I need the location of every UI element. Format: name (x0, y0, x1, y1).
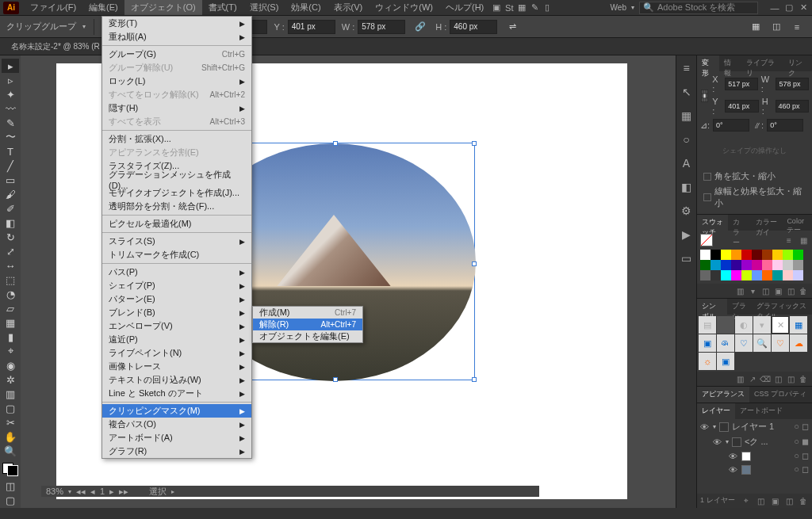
screen-mode[interactable]: ▢ (2, 494, 19, 508)
status-dropdown-icon[interactable]: ▸ (171, 488, 174, 495)
tab-colortheme[interactable]: Color テー (782, 215, 812, 231)
symbol-item[interactable]: ☁ (790, 334, 807, 352)
tab-symbols[interactable]: シンボル (697, 299, 727, 315)
scale-tool[interactable]: ⤢ (2, 244, 19, 258)
swatch[interactable] (741, 250, 752, 260)
swatch[interactable] (762, 250, 772, 260)
menu-object[interactable]: オブジェクト(O) (124, 0, 202, 15)
tab-info[interactable]: 情報 (719, 55, 741, 71)
draw-mode[interactable]: ◫ (2, 479, 19, 494)
swatch[interactable] (772, 270, 783, 280)
symbol-item[interactable]: ෧ (717, 334, 734, 352)
swatch[interactable] (783, 260, 793, 270)
curvature-tool[interactable]: 〜 (2, 130, 19, 144)
menu-edit[interactable]: 編集(E) (82, 0, 124, 15)
swatch[interactable] (721, 270, 731, 280)
menu-file[interactable]: ファイル(F) (24, 0, 82, 15)
hand-tool[interactable]: ✋ (2, 429, 19, 444)
workspace-dropdown-icon[interactable]: ▾ (631, 4, 634, 11)
transform-icon[interactable]: ◫ (768, 18, 785, 36)
swatch-grid-icon[interactable]: ▦ (798, 235, 809, 246)
layer-name[interactable]: レイヤー 1 (732, 421, 774, 433)
pref-icon[interactable]: ✎ (528, 2, 541, 14)
maximize-button[interactable]: ▢ (783, 3, 795, 13)
menu-item[interactable]: 隠す(H)▶ (102, 101, 251, 115)
nav-next1-icon[interactable]: ▸ (109, 487, 114, 497)
none-swatch[interactable] (700, 234, 713, 246)
layer-row[interactable]: 👁 ▾ <ク ... ○ ◼ (697, 434, 812, 449)
swatch[interactable] (793, 250, 803, 260)
swatch-lib-icon[interactable]: ▥ (734, 285, 745, 296)
tab-color[interactable]: カラー (728, 215, 750, 231)
tab-layers[interactable]: レイヤー (697, 403, 735, 419)
symbol-item[interactable]: ▣ (717, 353, 734, 370)
menu-item[interactable]: エンベロープ(V)▶ (102, 319, 251, 333)
document-tab[interactable]: 名称未設定-2* @ 83% (R (3, 40, 108, 54)
menu-item[interactable]: モザイクオブジェクトを作成(J)... (102, 186, 251, 200)
visibility-toggle[interactable]: 👁 (729, 465, 738, 475)
symbol-item[interactable]: ✕ (772, 316, 789, 334)
menu-type[interactable]: 書式(T) (202, 0, 243, 15)
swatch[interactable] (710, 260, 721, 270)
menu-item[interactable]: クリッピングマスク(M)▶ (102, 404, 251, 418)
bridge-icon[interactable]: ▣ (490, 2, 503, 14)
swatch[interactable] (752, 260, 762, 270)
color-picker[interactable] (2, 463, 18, 475)
swatch[interactable] (710, 270, 721, 280)
w-input[interactable]: 578 px (358, 20, 405, 34)
swatch[interactable] (721, 250, 731, 260)
swatch[interactable] (700, 250, 710, 260)
h-input[interactable]: 460 px (450, 20, 497, 34)
menu-item[interactable]: 透明部分を分割・統合(F)... (102, 200, 251, 213)
tab-colorguide[interactable]: カラーガイ (751, 215, 782, 231)
eraser-tool[interactable]: ◧ (2, 216, 19, 230)
swatch[interactable] (762, 260, 772, 270)
panel-x-input[interactable]: 517 px (725, 78, 758, 90)
perspective-tool[interactable]: ▱ (2, 301, 19, 315)
submenu-item[interactable]: 作成(M)Ctrl+7 (253, 307, 362, 319)
disclosure-icon[interactable]: ▾ (713, 423, 716, 430)
mesh-tool[interactable]: ▦ (2, 315, 19, 330)
swatch-view-icon[interactable]: ≡ (783, 235, 795, 246)
menu-item[interactable]: 画像トレース▶ (102, 360, 251, 373)
menu-item[interactable]: ピクセルを最適化(M) (102, 217, 251, 231)
swatch[interactable] (793, 270, 803, 280)
symbol-place-icon[interactable]: ↗ (747, 373, 758, 384)
zoom-value[interactable]: 83% (46, 487, 63, 496)
stock-search[interactable]: 🔍 Adobe Stock を検索 (639, 2, 758, 14)
swatch-opt-icon[interactable]: ◫ (760, 285, 771, 296)
tab-swatches[interactable]: スウォッチ (697, 215, 728, 231)
submenu-item[interactable]: 解除(R)Alt+Ctrl+7 (253, 319, 362, 330)
panel-menu-icon[interactable]: ≡ (788, 18, 806, 36)
scale-strokes-checkbox[interactable] (703, 193, 711, 201)
visibility-toggle[interactable]: 👁 (700, 422, 710, 432)
tab-appearance[interactable]: アピアランス (697, 387, 749, 403)
disclosure-icon[interactable]: ▾ (726, 438, 729, 445)
free-transform-tool[interactable]: ⬚ (2, 273, 19, 287)
symbol-lib-icon[interactable]: ▥ (734, 373, 745, 384)
shear-input[interactable]: 0° (767, 119, 803, 132)
symbol-new-icon[interactable]: ◫ (785, 373, 796, 384)
symbol-item[interactable]: 🔍 (753, 334, 771, 352)
direct-select-tool[interactable]: ▹ (2, 73, 19, 87)
submenu-item[interactable]: オブジェクトを編集(E) (253, 330, 362, 342)
new-sublayer-icon[interactable]: ▣ (769, 495, 780, 506)
scale-corners-checkbox[interactable] (703, 173, 711, 181)
menu-item[interactable]: アートボード(A)▶ (102, 431, 251, 445)
nav-prev1-icon[interactable]: ◂ (90, 487, 95, 497)
cursor-panel-icon[interactable]: ↖ (679, 84, 695, 100)
swatch[interactable] (700, 270, 710, 280)
line-tool[interactable]: ╱ (2, 158, 19, 173)
collapse-icon[interactable]: ≡ (679, 60, 695, 76)
width-tool[interactable]: ↔ (2, 258, 19, 273)
menu-item[interactable]: 分割・拡張(X)... (102, 132, 251, 146)
layer-name[interactable]: <ク ... (745, 436, 768, 448)
menu-item[interactable]: テキストの回り込み(W)▶ (102, 373, 251, 387)
tab-gstyles[interactable]: グラフィックスタイル (752, 299, 812, 315)
swatch[interactable] (731, 260, 741, 270)
tab-brushes[interactable]: ブラシ (727, 299, 752, 315)
swatch[interactable] (772, 250, 783, 260)
st-icon[interactable]: St (503, 2, 515, 14)
menu-item[interactable]: 複合パス(O)▶ (102, 418, 251, 431)
menu-select[interactable]: 選択(S) (243, 0, 285, 15)
